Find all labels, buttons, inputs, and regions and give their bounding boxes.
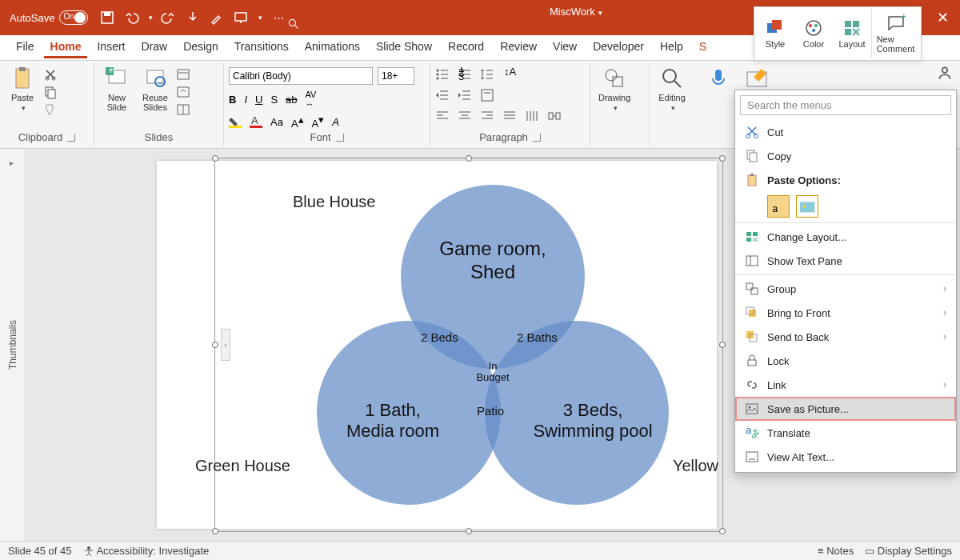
tab-design[interactable]: Design (177, 37, 225, 58)
ctx-bring-front[interactable]: Bring to Front› (735, 301, 956, 325)
ctx-save-as-picture[interactable]: Save as Picture... (735, 397, 956, 421)
ctx-link[interactable]: Link› (735, 373, 956, 397)
ctx-cut[interactable]: Cut (735, 120, 956, 144)
font-name-input[interactable] (229, 67, 373, 85)
smartart-expand-button[interactable]: ‹ (221, 329, 230, 361)
shadow-button[interactable]: S (270, 94, 278, 106)
ctx-send-back[interactable]: Send to Back› (735, 325, 956, 349)
cut-icon (745, 125, 759, 139)
style-button[interactable]: Style (756, 9, 794, 58)
clear-format-icon[interactable]: A (332, 116, 339, 128)
cut-icon[interactable] (43, 67, 58, 82)
tab-cut-off[interactable]: S (693, 37, 713, 58)
present-icon[interactable] (233, 10, 249, 26)
eyedropper-icon[interactable] (209, 10, 225, 26)
bold-button[interactable]: B (229, 94, 236, 106)
drawing-button[interactable]: Drawing ▾ (595, 64, 634, 114)
paragraph-launcher[interactable] (533, 134, 541, 142)
tab-file[interactable]: File (10, 37, 41, 58)
text-direction-icon[interactable]: ↕A (502, 67, 517, 82)
color-button[interactable]: Color (794, 9, 833, 58)
strike-button[interactable]: ab (286, 94, 297, 106)
align-text-icon[interactable] (480, 88, 494, 102)
paste-button[interactable]: Paste ▾ (5, 64, 40, 114)
accessibility-status[interactable]: Accessibility: Investigate (83, 545, 210, 557)
slide-layout-icon[interactable] (176, 67, 190, 82)
section-icon[interactable] (176, 102, 190, 117)
change-case-button[interactable]: Aa (270, 116, 283, 128)
increase-indent-icon[interactable] (458, 88, 472, 102)
autosave-toggle[interactable]: AutoSave On (10, 10, 88, 25)
clipboard-launcher[interactable] (67, 134, 75, 142)
bullets-icon[interactable] (435, 67, 450, 82)
ctx-show-text-pane[interactable]: Show Text Pane (735, 249, 956, 273)
justify-icon[interactable] (502, 109, 517, 123)
shapes-icon (602, 66, 627, 91)
highlight-icon[interactable] (229, 115, 242, 128)
columns-icon[interactable] (525, 109, 539, 123)
new-comment-button[interactable]: + New Comment (871, 9, 919, 58)
font-size-input[interactable] (378, 67, 414, 85)
tab-insert[interactable]: Insert (90, 37, 131, 58)
shrink-font-icon[interactable]: A▾ (312, 114, 325, 130)
align-left-icon[interactable] (435, 109, 450, 123)
smartart-convert-icon[interactable] (547, 109, 562, 123)
tab-view[interactable]: View (546, 37, 583, 58)
redo-icon[interactable] (161, 10, 177, 26)
underline-button[interactable]: U (255, 94, 262, 106)
save-icon[interactable] (99, 10, 115, 26)
reuse-slides-button[interactable]: Reuse Slides (138, 64, 173, 114)
notes-button[interactable]: ≡ Notes (818, 545, 854, 557)
tab-transitions[interactable]: Transitions (228, 37, 295, 58)
intersection-top-left: 2 Beds (421, 330, 458, 344)
new-slide-button[interactable]: + New Slide (99, 64, 134, 114)
tab-review[interactable]: Review (494, 37, 543, 58)
share-icon[interactable] (936, 64, 954, 82)
editing-button[interactable]: Editing ▾ (654, 64, 690, 114)
numbering-icon[interactable]: 123 (458, 67, 472, 82)
decrease-indent-icon[interactable] (435, 88, 450, 102)
display-settings-button[interactable]: ▭ Display Settings (865, 545, 952, 557)
ctx-lock[interactable]: Lock (735, 349, 956, 373)
venn-circle-left[interactable]: 1 Bath, Media room (317, 321, 501, 505)
tab-help[interactable]: Help (654, 37, 690, 58)
reset-slide-icon[interactable] (176, 85, 190, 99)
font-launcher[interactable] (336, 134, 344, 142)
grow-font-icon[interactable]: A▴ (291, 114, 304, 130)
paste-option-theme[interactable]: a (767, 195, 790, 218)
italic-button[interactable]: I (244, 94, 247, 106)
ctx-copy[interactable]: Copy (735, 144, 956, 168)
venn-circle-right[interactable]: 3 Beds, Swimming pool (485, 321, 669, 505)
new-slide-icon: + (104, 66, 130, 91)
tab-slideshow[interactable]: Slide Show (370, 37, 438, 58)
slide-counter[interactable]: Slide 45 of 45 (8, 545, 72, 557)
svg-rect-88 (750, 174, 754, 176)
ctx-change-layout[interactable]: Change Layout... (735, 225, 956, 249)
tab-draw[interactable]: Draw (134, 37, 174, 58)
svg-point-36 (437, 74, 439, 76)
char-spacing-button[interactable]: AV↔ (306, 90, 317, 109)
line-spacing-icon[interactable] (480, 67, 494, 82)
designer-icon[interactable] (746, 67, 773, 90)
align-right-icon[interactable] (480, 109, 494, 123)
context-search-input[interactable]: Search the menus (740, 95, 951, 115)
align-center-icon[interactable] (458, 109, 472, 123)
copy-icon[interactable] (43, 85, 58, 99)
ctx-group[interactable]: Group› (735, 277, 956, 301)
dictate-icon[interactable] (707, 67, 730, 90)
tab-animations[interactable]: Animations (298, 37, 366, 58)
undo-icon[interactable] (123, 10, 139, 26)
ctx-alt-text[interactable]: View Alt Text... (735, 445, 956, 469)
touch-mode-icon[interactable] (185, 10, 201, 26)
tab-developer[interactable]: Developer (586, 37, 650, 58)
thumbnail-rail[interactable]: ▸ Thumbnails (0, 149, 26, 541)
layout-button[interactable]: Layout (833, 9, 871, 58)
font-color-icon[interactable]: A (250, 115, 262, 128)
tab-record[interactable]: Record (442, 37, 490, 58)
ctx-translate[interactable]: aあTranslate (735, 421, 956, 445)
paste-option-picture[interactable] (796, 195, 818, 218)
format-painter-icon[interactable] (43, 102, 58, 117)
tab-home[interactable]: Home (44, 37, 88, 58)
close-icon[interactable]: ✕ (932, 9, 954, 26)
svg-rect-56 (482, 90, 493, 101)
